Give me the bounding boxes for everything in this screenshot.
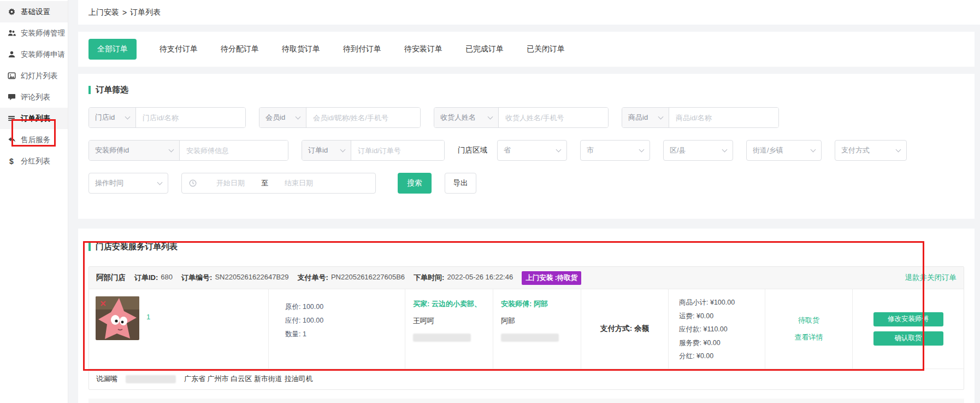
store-id-select[interactable]: 门店id [89,108,136,127]
chevron-down-icon [811,147,816,152]
pay-no-value: PN22052616227605B6 [331,273,405,283]
payment-method-select[interactable]: 支付方式 [835,140,907,161]
district-select[interactable]: 区/县 [663,140,733,161]
chevron-down-icon [722,147,728,152]
sidebar-item-label: 售后服务 [21,135,50,145]
shipping-line: 运费: ¥0.00 [679,309,765,323]
order-list-panel: 门店安装服务订单列表 阿部门店 订单ID: 680 订单编号: SN220526… [78,229,975,403]
buyer-heading: 买家: 云边的小卖部、 [413,299,493,309]
tab-pending-assignment[interactable]: 待分配订单 [221,44,259,54]
installer-id-select-label: 安装师傅id [95,145,129,155]
sidebar-item-installer-application[interactable]: 安装师傅申请 [0,44,68,65]
patrick-star-product-image[interactable] [96,296,139,340]
product-quantity: 1 [146,313,150,361]
province-select[interactable]: 省 [497,140,567,161]
sidebar-item-comments[interactable]: 评论列表 [0,86,68,108]
tab-completed[interactable]: 已完成订单 [465,44,504,54]
installer-id-select[interactable]: 安装师傅id [89,141,180,160]
breadcrumb-section[interactable]: 上门安装 [88,8,119,17]
chevron-down-icon [639,147,645,152]
tab-pending-pickup[interactable]: 待取货订单 [282,44,320,54]
status-cell: 待取货 查看详情 [765,289,852,369]
sidebar-item-label: 订单列表 [21,114,50,124]
export-button[interactable]: 导出 [445,173,476,194]
clock-icon [189,179,197,187]
order-time-field: 下单时间: 2022-05-26 16:22:46 [414,273,513,283]
consignee-select[interactable]: 收货人姓名 [434,108,499,127]
street-select[interactable]: 街道/乡镇 [746,140,822,161]
city-select-label: 市 [587,145,594,155]
order-id-label: 订单ID: [134,273,158,283]
sidebar-item-installer-management[interactable]: 安装师傅管理 [0,22,68,44]
sidebar-item-basic-settings[interactable]: 基础设置 [0,1,68,22]
end-date-placeholder[interactable]: 结束日期 [285,178,313,188]
member-id-select-label: 会员id [265,113,285,122]
installer-name: 阿部 [501,316,581,326]
order-id-select[interactable]: 订单id [302,141,351,160]
installer-info-input[interactable] [180,141,288,160]
payment-method-select-label: 支付方式 [841,145,870,155]
amounts-cell: 商品小计: ¥100.00 运费: ¥0.00 应付款: ¥110.00 服务费… [668,289,765,369]
product-id-input[interactable] [669,108,778,127]
subtotal-line: 商品小计: ¥100.00 [679,296,765,309]
sidebar-item-label: 评论列表 [21,92,50,102]
tab-pending-cod[interactable]: 待到付订单 [343,44,381,54]
order-id-input[interactable] [351,141,444,160]
sidebar-item-order-list[interactable]: 订单列表 [0,108,68,129]
reply-arrow-icon [7,136,16,144]
store-id-input[interactable] [136,108,245,127]
member-id-input[interactable] [306,108,420,127]
product-id-filter-group: 商品id [622,107,779,128]
payable-price-line: 应付: 100.00 [285,314,405,328]
product-id-select[interactable]: 商品id [622,108,669,127]
actions-cell: 修改安装师傅 确认取货 [852,289,964,369]
order-time-value: 2022-05-26 16:22:46 [447,273,513,283]
pending-pickup-status-link[interactable]: 待取货 [798,316,819,325]
sidebar-item-slides[interactable]: 幻灯片列表 [0,65,68,86]
order-id-value: 680 [161,273,173,283]
search-button[interactable]: 搜索 [398,173,432,194]
order-status-tabs: 全部订单 待支付订单 待分配订单 待取货订单 待到付订单 待安装订单 已完成订单… [78,32,975,67]
tab-closed[interactable]: 已关闭订单 [527,44,565,54]
order-no-label: 订单编号: [181,273,212,283]
sidebar-item-after-sale[interactable]: 售后服务 [0,129,68,150]
city-select[interactable]: 市 [580,140,650,161]
street-select-label: 街道/乡镇 [753,145,783,155]
confirm-pickup-button[interactable]: 确认取货 [873,331,943,346]
order-card-header: 阿部门店 订单ID: 680 订单编号: SN2205261622647B29 … [89,267,964,289]
section-title-bar [88,86,91,94]
date-range-picker[interactable]: 开始日期 至 结束日期 [181,173,376,194]
start-date-placeholder[interactable]: 开始日期 [216,178,245,188]
order-time-label: 下单时间: [414,273,444,283]
chevron-down-icon [169,147,174,152]
refund-close-order-link[interactable]: 退款并关闭订单 [905,273,957,283]
payment-method-value: 余额 [634,324,649,334]
order-address-row: 说漏嘴 广东省 广州市 白云区 新市街道 拉油司机 [89,369,964,389]
original-price-line: 原价: 100.00 [285,300,405,314]
store-id-select-label: 门店id [95,113,115,122]
store-name: 阿部门店 [96,273,126,283]
order-id-select-label: 订单id [308,145,328,155]
tab-pending-install[interactable]: 待安装订单 [404,44,442,54]
chevron-down-icon [658,114,664,119]
view-details-link[interactable]: 查看详情 [795,332,823,342]
chevron-down-icon [296,114,301,119]
district-select-label: 区/县 [670,145,686,155]
member-id-select[interactable]: 会员id [259,108,306,127]
operate-time-select[interactable]: 操作时间 [88,173,168,194]
pay-no-label: 支付单号: [298,273,328,283]
tab-all-orders[interactable]: 全部订单 [88,39,137,60]
tab-pending-payment[interactable]: 待支付订单 [160,44,198,54]
consignee-select-label: 收货人姓名 [440,113,476,122]
installer-id-filter-group: 安装师傅id [88,140,288,161]
order-row: 1 原价: 100.00 应付: 100.00 数量: 1 买家: 云边的小卖部… [89,289,964,369]
sidebar-item-dividend-list[interactable]: $ 分红列表 [0,150,68,172]
chevron-down-icon [556,147,562,152]
sidebar-item-label: 安装师傅管理 [21,28,65,38]
modify-installer-button[interactable]: 修改安装师傅 [873,312,943,326]
installer-heading: 安装师傅: 阿部 [501,299,581,309]
chevron-down-icon [157,179,163,185]
next-order-card-stub [88,399,964,403]
consignee-input[interactable] [499,108,608,127]
breadcrumb-separator: > [122,8,127,17]
